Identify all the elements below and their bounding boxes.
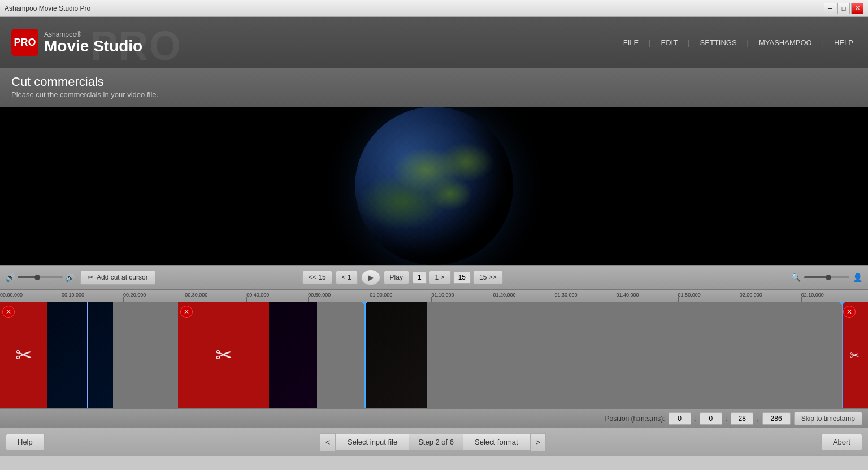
red-segment-center: ✕ ✂ xyxy=(178,302,269,408)
slider-fill xyxy=(18,276,36,278)
pos-sep-1: : xyxy=(695,415,696,423)
tick-4 xyxy=(246,297,247,302)
prev-frame-button[interactable]: < 1 xyxy=(336,271,358,284)
tick-13 xyxy=(801,297,802,302)
nav-myashampoo[interactable]: MYASHAMPOO xyxy=(756,36,815,49)
tick-2 xyxy=(123,297,124,302)
slider-thumb xyxy=(34,275,40,280)
scissors-right: ✂ xyxy=(850,349,860,362)
volume-slider[interactable] xyxy=(18,276,63,278)
next-frame-button[interactable]: 1 > xyxy=(429,271,451,284)
close-segment-right[interactable]: ✕ xyxy=(843,306,856,318)
app-nav: FILE | EDIT | SETTINGS | MYASHAMPOO | HE… xyxy=(620,36,857,49)
tick-9 xyxy=(555,297,555,302)
zoom-icon-right: 👤 xyxy=(853,273,862,282)
controls-bar: 🔊 🔊 ✂ Add cut at cursor << 15 < 1 ▶ Play… xyxy=(0,265,868,290)
help-button[interactable]: Help xyxy=(6,434,45,450)
tick-7 xyxy=(431,297,432,302)
title-bar-left: Ashampoo Movie Studio Pro xyxy=(5,5,90,12)
nav-settings[interactable]: SETTINGS xyxy=(697,36,740,49)
logo-icon: PRO xyxy=(11,29,38,56)
nav-sep-1: | xyxy=(645,36,654,49)
play-label-button[interactable]: Play xyxy=(384,271,409,284)
tick-11 xyxy=(678,297,679,302)
zoom-slider[interactable] xyxy=(804,276,849,278)
logo-icon-text: PRO xyxy=(14,37,36,49)
skip-to-timestamp-button[interactable]: Skip to timestamp xyxy=(794,412,862,425)
close-segment-left[interactable]: ✕ xyxy=(2,306,15,318)
volume-max-icon: 🔊 xyxy=(65,273,75,282)
tick-6 xyxy=(370,297,370,302)
scissors-left: ✂ xyxy=(15,343,32,367)
skip-fwd-15-button[interactable]: 15 >> xyxy=(473,271,503,284)
play-icon: ▶ xyxy=(368,273,374,282)
next-step-button[interactable]: > xyxy=(530,433,546,451)
position-s[interactable] xyxy=(731,412,753,425)
frame-controls: 1 1 > 15 15 >> xyxy=(413,271,503,284)
nav-help[interactable]: HELP xyxy=(831,36,857,49)
scissors-center: ✂ xyxy=(215,343,232,367)
pos-sep-3: , xyxy=(757,415,758,423)
close-button[interactable]: ✕ xyxy=(851,3,863,14)
app-name: Movie Studio xyxy=(44,38,142,54)
thumb-2 xyxy=(47,302,112,408)
app-title: Ashampoo Movie Studio Pro xyxy=(5,5,90,12)
volume-control-left: 🔊 🔊 xyxy=(6,273,75,282)
add-cut-button[interactable]: ✂ Add cut at cursor xyxy=(80,270,155,285)
nav-edit[interactable]: EDIT xyxy=(658,36,682,49)
volume-icon: 🔊 xyxy=(6,273,15,282)
play-button[interactable]: ▶ xyxy=(361,269,380,285)
close-x-right: ✕ xyxy=(847,308,852,315)
timeline-wrapper: 00:00,000 00:10,000 00:20,000 00:30,000 … xyxy=(0,290,868,408)
select-format-button[interactable]: Select format xyxy=(463,434,530,450)
ruler-ticks xyxy=(0,297,868,302)
ruler-inner: 00:00,000 00:10,000 00:20,000 00:30,000 … xyxy=(0,290,868,302)
bottom-left: Help xyxy=(6,434,45,450)
page-title: Cut commercials xyxy=(11,75,857,89)
close-x-center: ✕ xyxy=(184,308,189,315)
red-segment-left: ✕ ✂ xyxy=(0,302,47,408)
timeline-ruler: 00:00,000 00:10,000 00:20,000 00:30,000 … xyxy=(0,290,868,302)
title-bar-controls: ─ □ ✕ xyxy=(824,3,863,14)
earth-atmosphere xyxy=(355,107,513,265)
page-subtitle: Please cut the commercials in your video… xyxy=(11,90,857,99)
app-logo: PRO Ashampoo® Movie Studio PRO xyxy=(11,29,142,56)
tick-12 xyxy=(740,297,740,302)
content-segment-2 xyxy=(269,302,364,408)
position-h[interactable] xyxy=(669,412,691,425)
minimize-button[interactable]: ─ xyxy=(824,3,836,14)
add-cut-label: Add cut at cursor xyxy=(97,273,148,281)
thumb-strip-3 xyxy=(364,302,842,408)
nav-file[interactable]: FILE xyxy=(620,36,642,49)
position-m[interactable] xyxy=(700,412,722,425)
tick-8 xyxy=(493,297,493,302)
position-ms[interactable] xyxy=(762,412,791,425)
red-segment-right: ✕ ✂ xyxy=(842,302,868,408)
bottom-center: < Select input file Step 2 of 6 Select f… xyxy=(320,433,546,451)
step-indicator: Step 2 of 6 xyxy=(409,434,463,450)
app-header: PRO Ashampoo® Movie Studio PRO FILE | ED… xyxy=(0,17,868,68)
nav-sep-2: | xyxy=(684,36,693,49)
position-bar: Position (h:m:s,ms): : : , Skip to times… xyxy=(0,408,868,428)
bottom-right: Abort xyxy=(821,434,862,450)
close-x-left: ✕ xyxy=(6,308,11,315)
abort-button[interactable]: Abort xyxy=(821,434,862,450)
select-input-file-button[interactable]: Select input file xyxy=(336,434,409,450)
earth-visual xyxy=(355,107,513,265)
skip-back-15-button[interactable]: << 15 xyxy=(302,271,332,284)
zoom-fill xyxy=(804,276,827,278)
zoom-thumb xyxy=(826,275,831,280)
frame-from: 1 xyxy=(413,271,427,284)
nav-sep-3: | xyxy=(744,36,752,49)
bottom-bar: Help < Select input file Step 2 of 6 Sel… xyxy=(0,428,868,456)
close-segment-center[interactable]: ✕ xyxy=(180,306,193,318)
maximize-button[interactable]: □ xyxy=(837,3,850,14)
prev-step-button[interactable]: < xyxy=(320,433,336,451)
title-bar: Ashampoo Movie Studio Pro ─ □ ✕ xyxy=(0,0,868,17)
thumb-strip-1 xyxy=(47,302,177,408)
tick-5 xyxy=(308,297,309,302)
right-controls: 🔍 👤 xyxy=(791,273,862,282)
thumb-11 xyxy=(364,302,427,408)
page-header: Cut commercials Please cut the commercia… xyxy=(0,68,868,107)
thumb-strip-2 xyxy=(269,302,364,408)
